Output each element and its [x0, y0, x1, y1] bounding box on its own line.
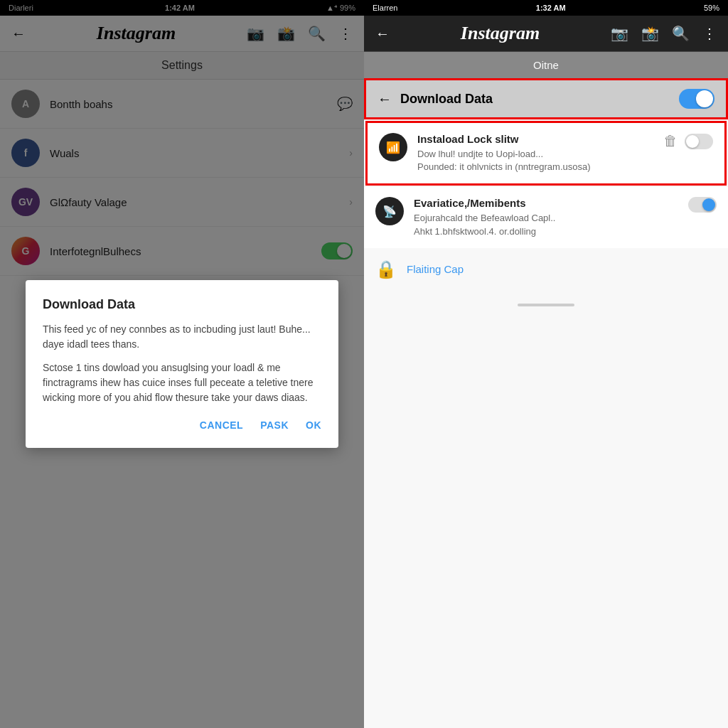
dialog-body-2: Sctose 1 tins dowload you ansuglsing you… [43, 360, 321, 405]
right-tab-bar: Oitne [364, 52, 728, 78]
ri-icon-1: 📡 [375, 197, 404, 225]
right-camera2-icon[interactable]: 📸 [641, 25, 659, 42]
ri-actions-1 [688, 197, 717, 213]
ri-actions-0: 🗑 [663, 133, 713, 149]
right-more-icon[interactable]: ⋮ [702, 25, 717, 42]
left-panel: Diarleri 1:42 AM ▲⁴ 99% ← Instagram 📷 📸 … [0, 0, 364, 728]
lock-label[interactable]: Flaiting Cap [407, 263, 464, 275]
download-data-title: Download Data [400, 92, 493, 107]
lock-icon: 🔒 [375, 259, 397, 279]
right-tab-label[interactable]: Oitne [533, 59, 559, 71]
right-search-icon[interactable]: 🔍 [672, 25, 690, 42]
ri-sub2-0: Pounded: it ohlvnicts in (nntregram.usos… [417, 161, 653, 173]
right-instagram-header: ← Instagram 📷 📸 🔍 ⋮ [364, 16, 728, 52]
right-list-item-1[interactable]: 📡 Evariatice,/Memibents Eojurahcald the … [364, 187, 728, 247]
dialog-cancel-button[interactable]: CANCEL [200, 419, 243, 431]
right-list-item-0[interactable]: 📶 Instaload Lock slitw Dow lhul! undjte … [365, 121, 727, 186]
right-back-arrow[interactable]: ← [375, 26, 390, 42]
ri-sub1-1: Eojurahcald the Befeawload Capl.. [414, 212, 678, 225]
ri-content-0: Instaload Lock slitw Dow lhul! undjte to… [417, 133, 653, 173]
dialog-title: Download Data [43, 297, 321, 312]
dialog-pask-button[interactable]: PASK [260, 419, 289, 431]
scroll-bar [518, 304, 574, 306]
ri-content-1: Evariatice,/Memibents Eojurahcald the Be… [414, 197, 678, 237]
ri-sub2-1: Ahkt 1.bhfsktwool.4. or.dolling [414, 225, 678, 238]
right-status-bar: Elarren 1:32 AM 59% [364, 0, 728, 16]
download-data-header: ← Download Data [364, 78, 728, 119]
right-header-icons: 📷 📸 🔍 ⋮ [611, 25, 717, 42]
right-time: 1:32 AM [536, 4, 566, 12]
download-data-back-arrow[interactable]: ← [378, 91, 392, 107]
download-data-toggle[interactable] [679, 89, 714, 109]
right-content: 📶 Instaload Lock slitw Dow lhul! undjte … [364, 119, 728, 728]
dialog-overlay: Download Data This feed yc of ney connbe… [0, 0, 364, 728]
right-camera-icon[interactable]: 📷 [611, 25, 628, 42]
download-data-header-left: ← Download Data [378, 91, 493, 107]
ri-icon-0: 📶 [379, 133, 407, 161]
right-instagram-logo: Instagram [461, 23, 540, 44]
ri-sub1-0: Dow lhul! undjte to Uopi-load... [417, 148, 653, 161]
right-battery: 59% [704, 4, 719, 12]
download-dialog: Download Data This feed yc of ney connbe… [26, 280, 338, 448]
trash-icon-0[interactable]: 🗑 [663, 133, 678, 149]
right-carrier: Elarren [373, 4, 397, 12]
dialog-body-1: This feed yc of ney connbes as to incbud… [43, 322, 321, 352]
dialog-ok-button[interactable]: OK [306, 419, 321, 431]
toggle-item-0[interactable] [685, 134, 713, 149]
dialog-actions: CANCEL PASK OK [43, 419, 321, 431]
scroll-indicator [364, 289, 728, 321]
lock-item[interactable]: 🔒 Flaiting Cap [364, 250, 728, 289]
ri-title-1: Evariatice,/Memibents [414, 197, 678, 209]
toggle-item-1[interactable] [688, 197, 717, 213]
right-panel: Elarren 1:32 AM 59% ← Instagram 📷 📸 🔍 ⋮ … [364, 0, 728, 728]
ri-title-0: Instaload Lock slitw [417, 133, 653, 145]
